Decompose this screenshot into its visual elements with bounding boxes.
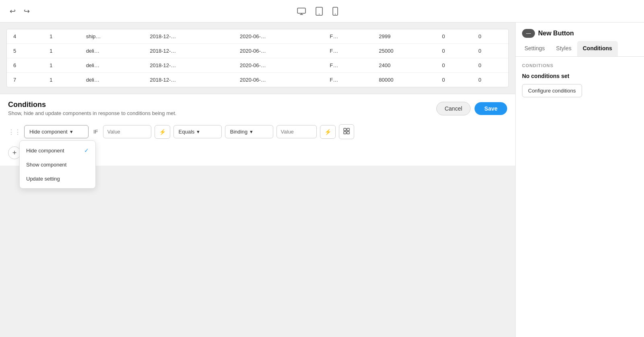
panel-tabs: SettingsStylesConditions — [516, 41, 644, 57]
table-cell: 0 — [436, 44, 472, 58]
svg-rect-7 — [344, 128, 346, 131]
table-cell: 0 — [472, 44, 508, 58]
table-cell: 1 — [43, 73, 79, 87]
cancel-button[interactable]: Cancel — [436, 102, 471, 115]
lightning-button-1[interactable]: ⚡ — [155, 125, 170, 139]
table-cell: 2018-12-… — [143, 29, 233, 44]
table-cell: 7 — [7, 73, 43, 87]
panel-content: CONDITIONS No conditions set Configure c… — [516, 57, 644, 104]
table-cell: 6 — [7, 58, 43, 73]
grid-icon — [343, 129, 350, 136]
dropdown-item-label: Show component — [26, 162, 66, 168]
table-cell: 0 — [472, 58, 508, 73]
tablet-view-button[interactable] — [314, 5, 324, 17]
tablet-icon — [316, 7, 323, 16]
save-button[interactable]: Save — [475, 102, 507, 115]
table-cell: 5 — [7, 44, 43, 58]
lightning-button-2[interactable]: ⚡ — [320, 125, 336, 139]
toolbar-center — [295, 5, 340, 17]
data-table: 41ship…2018-12-…2020-06-…F…29990051deli…… — [7, 29, 508, 87]
lightning-icon-2: ⚡ — [324, 129, 331, 135]
table-row: 41ship…2018-12-…2020-06-…F…299900 — [7, 29, 508, 44]
table-cell: 0 — [436, 29, 472, 44]
if-label: IF — [93, 129, 98, 135]
condition-row: Hide component IF ⚡ Equals Binding — [24, 124, 507, 139]
svg-point-6 — [335, 14, 336, 14]
table-cell: 2400 — [372, 58, 436, 73]
equals-dropdown-button[interactable]: Equals — [173, 125, 222, 138]
table-cell: 1 — [43, 58, 79, 73]
undo-button[interactable]: ↩ — [8, 5, 17, 17]
table-cell: 25000 — [372, 44, 436, 58]
panel-tab-conditions[interactable]: Conditions — [577, 41, 618, 56]
table-cell: 80000 — [372, 73, 436, 87]
table-cell: 2018-12-… — [143, 73, 233, 87]
table-cell: deli… — [80, 73, 144, 87]
desktop-icon — [297, 8, 306, 15]
conditions-header-right: Cancel Save — [436, 102, 507, 115]
main-layout: 41ship…2018-12-…2020-06-…F…29990051deli…… — [0, 23, 644, 337]
table-row: 61deli…2018-12-…2020-06-…F…240000 — [7, 58, 508, 73]
svg-point-4 — [319, 14, 320, 14]
table-cell: 2018-12-… — [143, 44, 233, 58]
conditions-section-label: CONDITIONS — [522, 63, 638, 68]
binding-dropdown-chevron — [250, 129, 253, 135]
action-dropdown-menu: Hide component✓Show componentUpdate sett… — [19, 140, 96, 189]
lightning-icon-1: ⚡ — [159, 129, 166, 135]
table-cell: 2018-12-… — [143, 58, 233, 73]
svg-rect-0 — [297, 8, 305, 13]
canvas-area: 41ship…2018-12-…2020-06-…F…29990051deli…… — [0, 23, 515, 337]
conditions-header-left: Conditions Show, hide and update compone… — [8, 101, 176, 116]
table-cell: 1 — [43, 29, 79, 44]
binding-dropdown-button[interactable]: Binding — [225, 125, 273, 138]
binding-label: Binding — [230, 129, 248, 135]
svg-rect-10 — [347, 132, 349, 134]
right-panel: — New Button SettingsStylesConditions CO… — [515, 23, 644, 337]
conditions-subtitle: Show, hide and update components in resp… — [8, 110, 176, 116]
redo-icon: ↪ — [24, 7, 30, 16]
conditions-title: Conditions — [8, 101, 176, 109]
toolbar: ↩ ↪ — [0, 0, 644, 23]
table-cell: 2999 — [372, 29, 436, 44]
drag-handle-icon[interactable]: ⋮⋮ — [8, 128, 21, 136]
svg-rect-9 — [344, 132, 346, 134]
button-pill: — — [522, 29, 535, 38]
no-conditions-text: No conditions set — [522, 73, 638, 79]
dropdown-item-check: ✓ — [84, 147, 89, 154]
table-cell: 0 — [472, 29, 508, 44]
table-row: 71deli…2018-12-…2020-06-…F…8000000 — [7, 73, 508, 87]
value-input-1[interactable] — [103, 125, 151, 138]
table-cell: 4 — [7, 29, 43, 44]
conditions-bottom-panel: Conditions Show, hide and update compone… — [0, 94, 515, 166]
configure-conditions-button[interactable]: Configure conditions — [522, 84, 582, 97]
conditions-header: Conditions Show, hide and update compone… — [0, 94, 515, 119]
table-cell: F… — [323, 44, 372, 58]
table-cell: 2020-06-… — [233, 29, 324, 44]
table-cell: F… — [323, 29, 372, 44]
dropdown-menu-item[interactable]: Update setting — [20, 172, 95, 186]
table-cell: deli… — [80, 44, 144, 58]
desktop-view-button[interactable] — [295, 6, 308, 16]
panel-title: New Button — [538, 30, 574, 37]
grid-icon-button[interactable] — [339, 124, 354, 139]
table-cell: 1 — [43, 44, 79, 58]
table-cell: F… — [323, 58, 372, 73]
table-preview: 41ship…2018-12-…2020-06-…F…29990051deli…… — [6, 29, 509, 87]
dropdown-item-label: Update setting — [26, 176, 60, 182]
dropdown-menu-item[interactable]: Hide component✓ — [20, 143, 95, 158]
panel-tab-settings[interactable]: Settings — [519, 41, 551, 56]
equals-label: Equals — [179, 129, 195, 135]
redo-button[interactable]: ↪ — [22, 5, 31, 17]
button-pill-icon: — — [526, 31, 531, 36]
table-cell: deli… — [80, 58, 144, 73]
condition-rows-area: ⋮⋮ Hide component IF ⚡ Equals — [0, 119, 515, 144]
value-input-2[interactable] — [277, 125, 317, 138]
panel-header: — New Button — [516, 23, 644, 38]
action-dropdown-button[interactable]: Hide component — [24, 125, 89, 138]
dropdown-menu-item[interactable]: Show component — [20, 158, 95, 172]
table-cell: 0 — [436, 58, 472, 73]
toolbar-left: ↩ ↪ — [8, 5, 31, 17]
panel-tab-styles[interactable]: Styles — [551, 41, 577, 56]
mobile-view-button[interactable] — [331, 5, 340, 17]
equals-dropdown-chevron — [197, 129, 200, 135]
